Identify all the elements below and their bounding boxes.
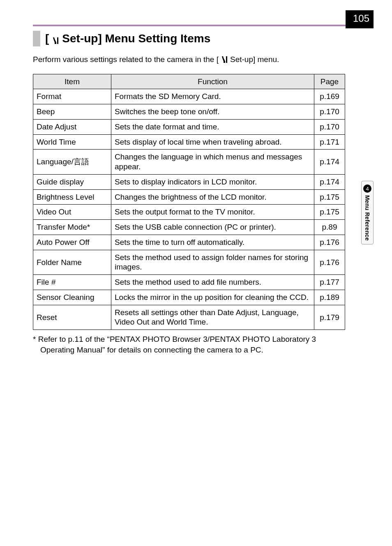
cell-page: p.176 — [314, 235, 345, 250]
table-row: ResetResets all settings other than Date… — [33, 305, 345, 330]
chapter-tab: 4 Menu Reference — [361, 181, 374, 244]
cell-item: World Time — [33, 134, 111, 150]
setup-tool-icon — [220, 55, 228, 64]
cell-function: Changes the language in which menus and … — [111, 150, 314, 175]
cell-item: Beep — [33, 104, 111, 120]
cell-page: p.174 — [314, 150, 345, 175]
cell-page: p.175 — [314, 189, 345, 205]
heading-title: [ Set-up] Menu Setting Items — [45, 32, 210, 45]
table-row: World TimeSets display of local time whe… — [33, 134, 345, 150]
table-row: Video OutSets the output format to the T… — [33, 205, 345, 220]
cell-function: Resets all settings other than Date Adju… — [111, 305, 314, 330]
table-row: Guide displaySets to display indicators … — [33, 174, 345, 189]
cell-item: Language/言語 — [33, 150, 111, 175]
top-accent-bar — [33, 25, 346, 26]
cell-item: Guide display — [33, 174, 111, 189]
th-function: Function — [111, 74, 314, 89]
cell-item: Format — [33, 89, 111, 104]
cell-page: p.170 — [314, 104, 345, 120]
cell-item: Video Out — [33, 205, 111, 220]
cell-item: Brightness Level — [33, 189, 111, 205]
cell-page: p.176 — [314, 250, 345, 275]
heading-bar — [33, 31, 40, 46]
settings-table: Item Function Page FormatFormats the SD … — [33, 74, 345, 330]
table-row: File #Sets the method used to add file n… — [33, 275, 345, 290]
cell-page: p.179 — [314, 305, 345, 330]
cell-page: p.171 — [314, 134, 345, 150]
cell-function: Sets the method used to add file numbers… — [111, 275, 314, 290]
cell-function: Formats the SD Memory Card. — [111, 89, 314, 104]
cell-item: Date Adjust — [33, 119, 111, 134]
intro-text: Perform various settings related to the … — [33, 55, 345, 65]
cell-item: Transfer Mode* — [33, 220, 111, 235]
cell-item: File # — [33, 275, 111, 290]
table-row: Transfer Mode*Sets the USB cable connect… — [33, 220, 345, 235]
table-header-row: Item Function Page — [33, 74, 345, 89]
page-content: [ Set-up] Menu Setting Items Perform var… — [33, 31, 345, 355]
chapter-number: 4 — [363, 184, 371, 193]
intro-after: Set-up] menu. — [230, 55, 279, 65]
cell-item: Auto Power Off — [33, 235, 111, 250]
th-item: Item — [33, 74, 111, 89]
cell-item: Folder Name — [33, 250, 111, 275]
cell-function: Sets the output format to the TV monitor… — [111, 205, 314, 220]
th-page: Page — [314, 74, 345, 89]
table-row: Date AdjustSets the date format and time… — [33, 119, 345, 134]
cell-function: Locks the mirror in the up position for … — [111, 290, 314, 305]
table-row: Language/言語Changes the language in which… — [33, 150, 345, 175]
section-heading: [ Set-up] Menu Setting Items — [33, 31, 345, 46]
cell-item: Reset — [33, 305, 111, 330]
cell-function: Sets the USB cable connection (PC or pri… — [111, 220, 314, 235]
page-number: 105 — [346, 10, 374, 28]
chapter-label: Menu Reference — [364, 195, 371, 241]
table-row: Sensor CleaningLocks the mirror in the u… — [33, 290, 345, 305]
setup-tool-icon — [51, 35, 60, 43]
cell-page: p.170 — [314, 119, 345, 134]
footnote: * Refer to p.11 of the “PENTAX PHOTO Bro… — [33, 334, 345, 355]
table-row: FormatFormats the SD Memory Card.p.169 — [33, 89, 345, 104]
cell-item: Sensor Cleaning — [33, 290, 111, 305]
cell-function: Sets to display indicators in LCD monito… — [111, 174, 314, 189]
cell-function: Changes the brightness of the LCD monito… — [111, 189, 314, 205]
cell-function: Switches the beep tone on/off. — [111, 104, 314, 120]
cell-page: p.174 — [314, 174, 345, 189]
cell-function: Sets display of local time when travelin… — [111, 134, 314, 150]
heading-suffix: Set-up] Menu Setting Items — [62, 32, 210, 45]
cell-page: p.189 — [314, 290, 345, 305]
cell-page: p.169 — [314, 89, 345, 104]
table-row: BeepSwitches the beep tone on/off.p.170 — [33, 104, 345, 120]
table-row: Auto Power OffSets the time to turn off … — [33, 235, 345, 250]
cell-page: p.175 — [314, 205, 345, 220]
intro-before: Perform various settings related to the … — [33, 55, 219, 65]
cell-function: Sets the method used to assign folder na… — [111, 250, 314, 275]
table-row: Brightness LevelChanges the brightness o… — [33, 189, 345, 205]
cell-page: p.89 — [314, 220, 345, 235]
cell-page: p.177 — [314, 275, 345, 290]
cell-function: Sets the time to turn off automatically. — [111, 235, 314, 250]
table-row: Folder NameSets the method used to assig… — [33, 250, 345, 275]
cell-function: Sets the date format and time. — [111, 119, 314, 134]
heading-prefix: [ — [45, 32, 49, 45]
